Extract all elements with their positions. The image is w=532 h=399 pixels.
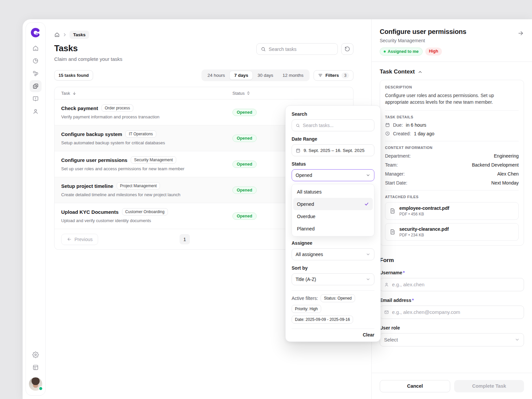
search-tasks-input[interactable] — [256, 43, 338, 55]
chevron-down-icon — [515, 337, 520, 342]
status-badge: Opened — [232, 135, 257, 142]
table-header: Task Status — [55, 87, 353, 99]
file-meta: PDF • 234 KB — [399, 233, 449, 237]
popover-search-input[interactable] — [303, 123, 370, 128]
breadcrumb: Tasks — [54, 31, 353, 39]
layout-panel-icon[interactable] — [30, 361, 42, 373]
mail-icon — [384, 310, 389, 315]
detail-subtitle: Security Management — [380, 38, 466, 43]
breadcrumb-chevron-icon — [63, 33, 67, 37]
status-badge: Opened — [232, 109, 257, 116]
sidebar-item-users[interactable] — [30, 105, 42, 117]
file-name: security-clearance.pdf — [399, 226, 449, 232]
email-label: Email address* — [380, 298, 524, 303]
username-field[interactable] — [380, 278, 524, 291]
required-asterisk: * — [412, 298, 414, 303]
check-icon — [364, 201, 369, 206]
user-icon — [384, 282, 389, 287]
previous-page-button[interactable]: Previous — [61, 234, 98, 245]
attached-file[interactable]: security-clearance.pdf PDF • 234 KB — [385, 223, 519, 241]
status-option-overdue[interactable]: Overdue — [293, 210, 373, 222]
sort-by-select[interactable]: Title (A-Z) — [292, 273, 374, 285]
assignee-select[interactable]: All assignees — [292, 248, 374, 260]
sidebar-item-tasks[interactable] — [30, 80, 42, 92]
range-7-days[interactable]: 7 days — [229, 71, 253, 80]
filters-label: Filters — [326, 73, 339, 78]
email-input[interactable] — [392, 309, 520, 315]
task-title: Configure backup system — [61, 131, 122, 137]
settings-gear-icon[interactable] — [30, 349, 42, 361]
page-number-button[interactable]: 1 — [180, 234, 190, 244]
description-text: Configure user roles and access permissi… — [385, 92, 519, 106]
file-name: employee-contract.pdf — [399, 205, 449, 211]
range-12-months[interactable]: 12 months — [278, 71, 308, 80]
active-filters: Active filters: Status: Opened Priority:… — [292, 294, 374, 324]
sidebar-item-home[interactable] — [30, 42, 42, 54]
divider — [385, 141, 519, 141]
search-icon — [261, 47, 266, 52]
sidebar-bottom — [29, 349, 42, 391]
divider — [292, 290, 374, 291]
refresh-button[interactable] — [341, 43, 353, 55]
column-status[interactable]: Status — [232, 91, 250, 96]
task-context-toggle[interactable]: Task Context — [380, 68, 524, 75]
popover-search-field[interactable] — [292, 119, 374, 131]
assigned-dot-icon — [384, 51, 386, 53]
clock-icon — [385, 131, 390, 136]
filters-button[interactable]: Filters 3 — [314, 70, 353, 81]
description-label: DESCRIPTION — [385, 85, 519, 89]
clear-filters-link[interactable]: Clear — [363, 332, 374, 337]
sidebar-item-workflows[interactable] — [30, 67, 42, 79]
divider — [372, 62, 532, 62]
chevron-down-icon — [366, 173, 370, 178]
status-select[interactable]: Opened — [292, 169, 374, 181]
username-label: Username* — [380, 270, 524, 275]
range-24-hours[interactable]: 24 hours — [203, 71, 230, 80]
context-row: Department:Engineering — [385, 153, 519, 159]
range-30-days[interactable]: 30 days — [253, 71, 278, 80]
status-dropdown-list: All statuses Opened Overdue Planned — [292, 184, 374, 236]
status-option-planned[interactable]: Planned — [293, 222, 373, 235]
cancel-button[interactable]: Cancel — [380, 380, 450, 392]
column-task[interactable]: Task — [55, 91, 76, 96]
required-asterisk: * — [403, 270, 405, 275]
refresh-icon — [344, 46, 350, 52]
app-card: Tasks Tasks Claim and complete your task… — [23, 19, 532, 399]
task-tag: Project Management — [117, 182, 160, 190]
status-badge: Opened — [232, 161, 257, 168]
sort-by-label: Sort by — [292, 265, 374, 271]
status-badge: Opened — [232, 212, 257, 220]
search-icon — [296, 123, 300, 128]
context-information-label: CONTEXT INFORMATION — [385, 146, 519, 150]
page-subtitle: Claim and complete your tasks — [54, 56, 122, 62]
task-tag: Security Management — [131, 156, 176, 164]
search-input[interactable] — [269, 47, 333, 52]
open-task-arrow-icon[interactable] — [517, 30, 524, 37]
calendar-icon — [296, 148, 301, 153]
user-avatar[interactable] — [29, 377, 42, 391]
calendar-icon — [385, 122, 390, 127]
breadcrumb-home-icon[interactable] — [54, 32, 60, 38]
task-title: Configure user permissions — [61, 157, 127, 163]
attached-file[interactable]: employee-contract.pdf PDF • 456 KB — [385, 202, 519, 220]
divider — [385, 190, 519, 191]
sidebar-item-alerts[interactable] — [30, 93, 42, 105]
created-row: Created:1 day ago — [385, 131, 519, 136]
complete-task-button[interactable]: Complete Task — [454, 380, 524, 392]
attached-files-label: ATTACHED FILES — [385, 195, 519, 199]
date-range-button[interactable]: 9. Sept. 2025 – 16. Sept. 2025 — [292, 144, 374, 156]
username-input[interactable] — [392, 282, 520, 287]
status-option-all[interactable]: All statuses — [293, 186, 373, 198]
task-tag: Order process — [101, 104, 133, 112]
status-option-opened[interactable]: Opened — [293, 198, 373, 210]
app-logo-icon[interactable] — [30, 27, 42, 39]
chevron-down-icon — [366, 277, 370, 282]
sidebar-nav — [30, 42, 42, 117]
sidebar-item-analytics[interactable] — [30, 55, 42, 67]
breadcrumb-current[interactable]: Tasks — [69, 31, 89, 39]
form-title: Form — [380, 257, 524, 264]
date-range-value: 9. Sept. 2025 – 16. Sept. 2025 — [304, 148, 364, 153]
email-field[interactable] — [380, 306, 524, 319]
user-role-select[interactable]: Select — [380, 333, 524, 346]
page-header: Tasks Claim and complete your tasks — [54, 43, 353, 62]
